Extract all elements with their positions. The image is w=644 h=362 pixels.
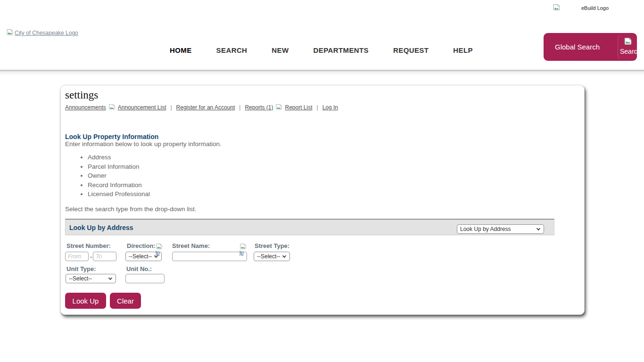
unit-type-selected-value: --Select--: [69, 275, 92, 282]
broken-image-icon: [553, 4, 561, 12]
global-search-bar[interactable]: Global Search Search: [544, 33, 637, 61]
search-button[interactable]: Search: [618, 34, 637, 59]
nav-item-home[interactable]: HOME: [170, 46, 192, 54]
direction-help-link[interactable]: lp: [156, 243, 163, 255]
search-type-select[interactable]: Look Up by Address: [457, 224, 544, 234]
broken-image-icon: [239, 243, 247, 250]
global-search-label: Global Search: [555, 33, 600, 61]
nav-item-help[interactable]: HELP: [453, 46, 473, 54]
broken-image-icon: [156, 243, 163, 250]
street-name-input[interactable]: [172, 252, 247, 261]
unit-no-label: Unit No.:: [126, 265, 152, 272]
announcements-link[interactable]: Announcements: [65, 104, 106, 111]
nav-item-departments[interactable]: DEPARTMENTS: [314, 46, 369, 54]
nav-item-new[interactable]: NEW: [272, 46, 289, 54]
panel-title: Look Up by Address: [69, 224, 133, 231]
street-type-label: Street Type:: [255, 242, 289, 249]
nav-item-request[interactable]: REQUEST: [393, 46, 429, 54]
page-header: City of Chesapeake Logo HOME SEARCH NEW …: [0, 0, 644, 70]
search-button-label: Search: [620, 48, 637, 55]
register-account-link[interactable]: Register for an Account: [176, 104, 235, 111]
header-divider: [0, 70, 644, 75]
range-dash: -: [90, 253, 92, 260]
list-item: Address: [88, 154, 150, 161]
clear-button[interactable]: Clear: [110, 293, 141, 309]
street-number-label: Street Number:: [66, 242, 111, 249]
direction-label: Direction:: [127, 242, 156, 249]
search-type-selected-value: Look Up by Address: [460, 226, 511, 232]
unit-no-input[interactable]: [125, 274, 165, 283]
broken-image-icon: [108, 104, 116, 111]
section-intro: Enter information below to look up prope…: [65, 140, 222, 148]
report-list-link[interactable]: Report List: [285, 104, 312, 111]
page-title: settings: [65, 89, 98, 101]
list-item: Parcel Information: [88, 164, 150, 170]
broken-image-icon: [6, 29, 14, 36]
unit-type-label: Unit Type:: [66, 265, 96, 272]
street-type-selected-value: --Select--: [257, 253, 280, 260]
broken-image-icon: [624, 37, 632, 46]
list-item: Owner: [88, 173, 150, 179]
street-name-label: Street Name:: [172, 242, 210, 249]
ebuild-logo-text: eBuild Logo: [581, 4, 609, 11]
list-item: Licensed Professional: [88, 191, 150, 197]
street-name-help-link[interactable]: lp: [239, 243, 247, 255]
street-type-select[interactable]: --Select--: [254, 252, 290, 261]
search-options-list: Address Parcel Information Owner Record …: [88, 154, 150, 200]
log-in-link[interactable]: Log In: [322, 104, 338, 111]
street-number-to-input[interactable]: [93, 252, 116, 261]
unit-type-select[interactable]: --Select--: [66, 274, 116, 283]
help-link-text: lp: [156, 250, 160, 255]
content-card: settings Announcements Announcement List…: [60, 85, 585, 315]
help-link-text: lp: [239, 250, 244, 255]
section-instruction: Select the search type from the drop-dow…: [65, 206, 196, 213]
link-separator: |: [315, 104, 320, 111]
broken-image-icon: [275, 104, 282, 111]
chevron-down-icon: [108, 276, 112, 280]
page: City of Chesapeake Logo HOME SEARCH NEW …: [0, 0, 644, 362]
nav-item-search[interactable]: SEARCH: [216, 46, 248, 54]
street-number-from-input[interactable]: [65, 252, 89, 261]
site-logo-link[interactable]: City of Chesapeake Logo: [6, 29, 78, 36]
announcement-list-link[interactable]: Announcement List: [118, 104, 166, 111]
ebuild-logo: eBuild Logo: [553, 4, 609, 12]
look-up-button[interactable]: Look Up: [65, 293, 106, 309]
link-separator: |: [168, 104, 173, 111]
site-logo-text: City of Chesapeake Logo: [15, 29, 78, 36]
main-nav: HOME SEARCH NEW DEPARTMENTS REQUEST HELP: [170, 46, 473, 54]
link-separator: |: [237, 104, 242, 111]
direction-selected-value: --Select--: [129, 253, 152, 260]
reports-link[interactable]: Reports (1): [245, 104, 273, 111]
chevron-down-icon: [537, 227, 540, 230]
section-heading: Look Up Property Information: [65, 133, 158, 140]
quick-links: Announcements Announcement List | Regist…: [65, 104, 338, 111]
list-item: Record Information: [88, 182, 150, 189]
chevron-down-icon: [282, 254, 286, 258]
